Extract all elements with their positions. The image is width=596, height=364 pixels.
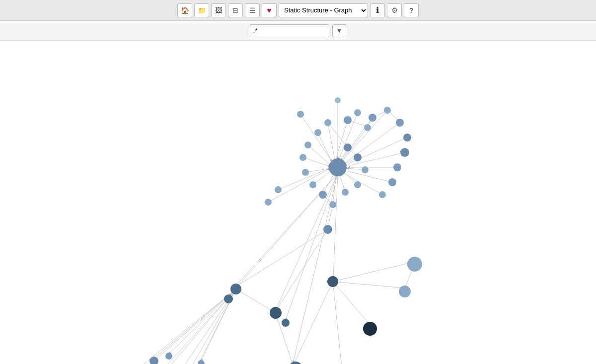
node-24[interactable] <box>362 166 369 173</box>
node-25[interactable] <box>354 181 361 188</box>
node-11[interactable] <box>388 178 396 186</box>
search-row: ▼ <box>0 21 596 41</box>
svg-line-47 <box>293 282 333 364</box>
node-39[interactable] <box>289 362 302 364</box>
node-21[interactable] <box>329 201 336 208</box>
svg-line-37 <box>142 289 236 364</box>
filter-button[interactable]: ▼ <box>332 24 346 37</box>
copy-button[interactable]: ⊟ <box>228 3 243 17</box>
node-33[interactable] <box>327 276 338 287</box>
node-3[interactable] <box>297 111 304 118</box>
help-button[interactable]: ? <box>404 3 419 17</box>
svg-line-62 <box>276 229 328 310</box>
svg-line-49 <box>236 289 276 313</box>
svg-line-32 <box>286 173 338 320</box>
node-9[interactable] <box>400 148 409 157</box>
svg-line-61 <box>236 229 328 287</box>
folder-button[interactable]: 📁 <box>194 3 209 17</box>
node-5[interactable] <box>369 114 376 122</box>
node-37[interactable] <box>407 257 422 272</box>
node-26[interactable] <box>342 189 349 196</box>
node-41[interactable] <box>149 357 158 364</box>
svg-line-14 <box>303 157 330 166</box>
node-7[interactable] <box>396 119 404 127</box>
node-2[interactable] <box>344 116 352 124</box>
svg-line-28 <box>236 173 338 286</box>
favorite-button[interactable]: ♥ <box>262 3 277 17</box>
node-27[interactable] <box>323 225 332 234</box>
svg-line-13 <box>308 145 331 165</box>
svg-line-45 <box>333 262 415 282</box>
node-14[interactable] <box>324 119 331 126</box>
graph-area[interactable] <box>0 41 596 364</box>
svg-line-44 <box>333 282 370 325</box>
node-6[interactable] <box>384 107 391 114</box>
node-15[interactable] <box>314 129 321 136</box>
home-button[interactable]: 🏠 <box>177 3 192 17</box>
node-18[interactable] <box>302 169 309 176</box>
node-28[interactable] <box>335 97 341 103</box>
view-selector[interactable]: Static Structure - Graph Static Structur… <box>279 3 368 17</box>
node-32[interactable] <box>224 294 233 303</box>
info-button[interactable]: ℹ <box>370 3 385 17</box>
node-13[interactable] <box>364 124 371 131</box>
node-23[interactable] <box>354 153 362 161</box>
svg-line-38 <box>134 289 236 364</box>
node-16[interactable] <box>304 142 311 148</box>
node-20[interactable] <box>319 191 327 199</box>
node-34[interactable] <box>270 307 282 319</box>
svg-line-60 <box>328 205 333 228</box>
node-29[interactable] <box>275 186 282 193</box>
node-22[interactable] <box>344 144 352 151</box>
svg-line-9 <box>344 170 392 182</box>
node-49[interactable] <box>198 360 205 364</box>
node-19[interactable] <box>309 181 316 188</box>
node-8[interactable] <box>403 134 411 142</box>
svg-line-46 <box>333 282 405 288</box>
node-50[interactable] <box>165 353 172 360</box>
node-30[interactable] <box>265 199 272 206</box>
node-4[interactable] <box>354 109 361 116</box>
node-12[interactable] <box>379 191 386 198</box>
toolbar: 🏠 📁 🖼 ⊟ ☰ ♥ Static Structure - Graph Sta… <box>0 0 596 21</box>
svg-line-5 <box>344 123 400 164</box>
node-38[interactable] <box>399 286 411 297</box>
search-input[interactable] <box>250 24 329 37</box>
list-button[interactable]: ☰ <box>245 3 260 17</box>
node-10[interactable] <box>393 163 401 171</box>
graph-svg <box>0 41 596 364</box>
svg-line-6 <box>345 138 407 165</box>
node-17[interactable] <box>299 154 306 161</box>
svg-line-34 <box>154 289 236 359</box>
image-button[interactable]: 🖼 <box>211 3 226 17</box>
svg-line-0 <box>335 120 348 161</box>
node-35[interactable] <box>282 319 290 327</box>
settings-button[interactable]: ⚙ <box>387 3 402 17</box>
node-31[interactable] <box>230 284 241 294</box>
node-hub[interactable] <box>329 158 347 176</box>
svg-line-31 <box>276 173 338 309</box>
node-36[interactable] <box>363 322 377 336</box>
